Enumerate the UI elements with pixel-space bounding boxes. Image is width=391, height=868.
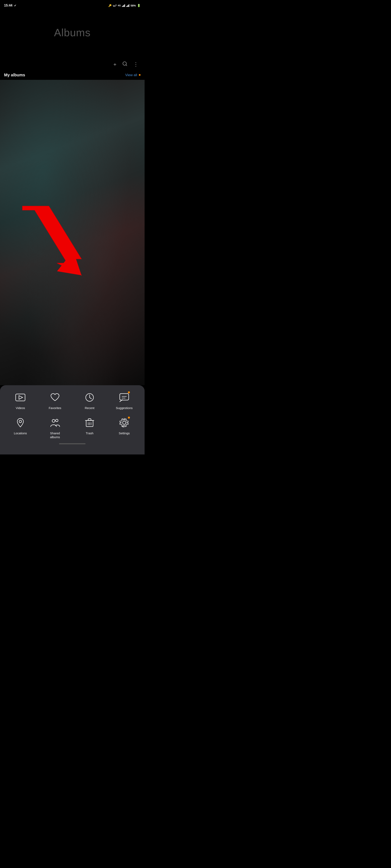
my-albums-label: My albums [4,73,25,78]
menu-item-shared-albums[interactable]: Sharedalbums [39,416,71,439]
recent-icon-wrap [83,391,96,404]
settings-dot [128,416,130,418]
albums-header: Albums [0,10,145,59]
menu-item-recent[interactable]: Recent [73,391,106,410]
menu-item-trash[interactable]: Trash [73,416,106,439]
trash-icon [84,417,95,428]
svg-line-8 [90,398,91,399]
menu-item-videos[interactable]: Videos [4,391,37,410]
status-check-icon: ✔ [14,4,17,7]
videos-label: Videos [16,406,25,410]
locations-icon-wrap [14,416,27,429]
battery-label: 58% [130,4,136,7]
my-albums-header: My albums View all [0,70,145,80]
suggestions-label: Suggestions [116,406,133,410]
menu-item-suggestions[interactable]: Suggestions [108,391,141,410]
svg-line-1 [126,65,127,66]
home-indicator [59,443,86,444]
people-icon [50,417,60,428]
pin-icon [15,417,26,428]
status-icons: 🔑 Vo6 4G 58% 🔋 [108,4,141,7]
menu-grid: Videos Favorites Recent [4,391,141,439]
view-all-button[interactable]: View all [125,73,141,77]
status-bar: 15:44 ✔ 🔑 Vo6 4G 58% 🔋 [0,0,145,10]
view-all-dot [139,74,141,76]
gear-icon [119,417,130,428]
menu-item-settings[interactable]: Settings [108,416,141,439]
search-button[interactable] [122,61,127,68]
svg-rect-9 [120,394,129,400]
settings-label: Settings [119,431,130,435]
recent-label: Recent [85,406,94,410]
album-content-area [0,80,145,385]
action-bar: + ⋮ [0,59,145,70]
svg-point-21 [123,421,126,424]
favorites-icon-wrap [49,391,61,404]
signal-bars-2 [126,4,129,7]
svg-point-15 [56,419,58,422]
svg-rect-4 [16,394,25,401]
suggestions-icon-wrap [118,391,131,404]
menu-item-locations[interactable]: Locations [4,416,37,439]
svg-marker-5 [19,396,23,399]
svg-point-14 [52,420,55,422]
trash-icon-wrap [83,416,96,429]
videos-icon-wrap [14,391,27,404]
clock-icon [84,392,95,403]
heart-icon [50,392,60,403]
trash-label: Trash [86,431,93,435]
vpn-icon: 🔑 [108,4,112,7]
menu-item-favorites[interactable]: Favorites [39,391,71,410]
add-button[interactable]: + [114,61,117,68]
settings-icon-wrap [118,416,131,429]
battery-icon: 🔋 [137,4,141,7]
more-button[interactable]: ⋮ [133,61,139,68]
red-arrow [16,202,94,279]
status-time: 15:44 [4,4,12,7]
page-title: Albums [54,27,90,39]
video-icon [15,392,26,403]
network-label: Vo6 [113,4,117,7]
network-4g-label: 4G [118,4,121,7]
locations-label: Locations [14,431,27,435]
bottom-sheet: Videos Favorites Recent [0,385,145,455]
shared-albums-label: Sharedalbums [50,431,60,439]
shared-albums-icon-wrap [49,416,61,429]
svg-point-13 [19,420,22,423]
signal-bars-1 [122,4,125,7]
favorites-label: Favorites [49,406,61,410]
chat-icon [119,392,130,403]
suggestions-dot [128,391,130,393]
